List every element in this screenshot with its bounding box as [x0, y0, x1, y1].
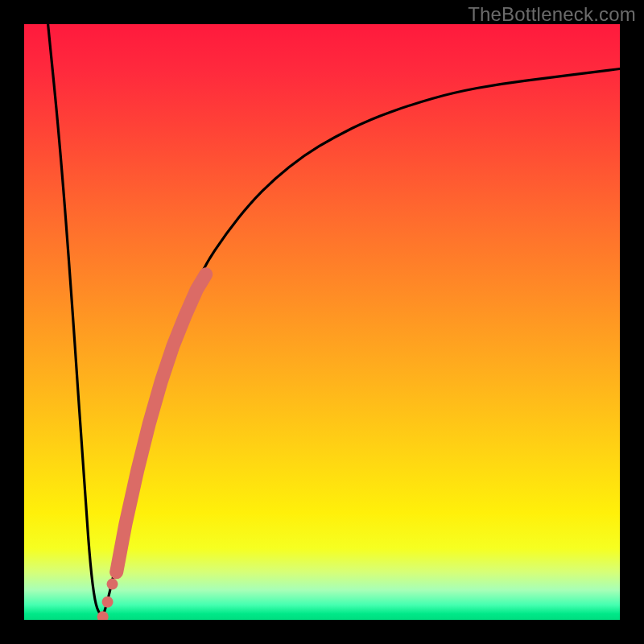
chart-svg: [24, 24, 620, 620]
data-point: [107, 579, 118, 590]
plot-area: [24, 24, 620, 620]
bottleneck-curve-path: [48, 24, 620, 615]
data-point: [102, 597, 114, 608]
watermark-text: TheBottleneck.com: [468, 3, 636, 26]
chart-frame: TheBottleneck.com: [0, 0, 644, 644]
highlight-segment: [117, 275, 206, 572]
